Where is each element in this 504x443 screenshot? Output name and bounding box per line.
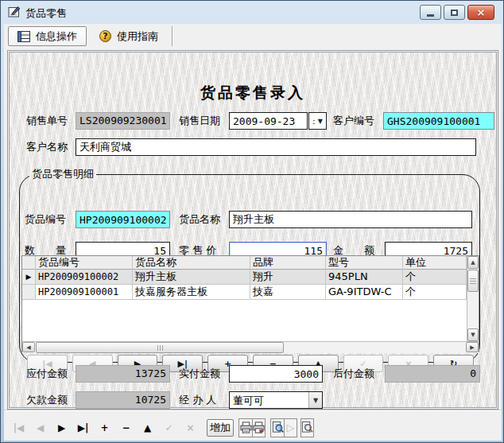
table-row[interactable]: HP200909100001技嘉服务器主板技嘉GA-9ITDW-C个: [22, 285, 467, 300]
help-icon: ?: [99, 30, 111, 42]
paid-label: 实付金额: [179, 365, 220, 383]
current-row-marker-icon: ▶: [22, 270, 36, 285]
close-button[interactable]: ×: [467, 5, 494, 20]
search-document-icon: [301, 422, 313, 433]
scroll-left-icon[interactable]: ◀: [22, 342, 35, 352]
maximize-button[interactable]: [444, 5, 465, 20]
item-name-input[interactable]: [229, 211, 472, 228]
search-document-button[interactable]: [300, 418, 314, 437]
print-export-button[interactable]: [252, 418, 266, 437]
minimize-icon: [427, 14, 434, 17]
form-panel: 货品零售录入 销售单号 LS200909230001 销售日期 : ▼ 客户编号…: [7, 50, 498, 410]
scroll-right-icon[interactable]: ▶: [466, 342, 479, 352]
table-cell[interactable]: 个: [403, 285, 467, 300]
operator-label: 经 办 人: [179, 391, 216, 409]
nav-last-button[interactable]: ▶|: [76, 422, 90, 433]
minimize-button[interactable]: [420, 5, 441, 20]
nav-delete-button[interactable]: −: [119, 422, 133, 433]
scroll-track: [284, 342, 466, 353]
nav-insert-button[interactable]: +: [98, 422, 111, 433]
customer-name-input[interactable]: [76, 138, 476, 156]
table-row[interactable]: ▶HP200909100002翔升主板翔升945PLN个: [22, 270, 467, 285]
column-header-3[interactable]: 型号: [326, 256, 403, 270]
column-header-4[interactable]: 单位: [403, 256, 467, 270]
grid-body[interactable]: 货品编号货品名称品牌型号单位 ▶HP200909100002翔升主板翔升945P…: [22, 256, 467, 341]
toolbar-navigator: |◀◀▶▶|+−▲✓×: [12, 422, 197, 433]
table-cell[interactable]: GA-9ITDW-C: [326, 285, 403, 300]
page-title: 货品零售录入: [8, 83, 498, 103]
preview-magnifier-icon: [272, 422, 284, 433]
detail-group-title: 货品零售明细: [29, 167, 96, 181]
operator-combobox[interactable]: 董可可 ▼: [229, 391, 323, 409]
chevron-down-icon[interactable]: ▼: [308, 392, 322, 408]
postpay-field: 0: [385, 365, 480, 383]
table-cell[interactable]: 945PLN: [326, 270, 403, 285]
table-cell[interactable]: 翔升: [250, 270, 326, 285]
edit-form-icon: [8, 6, 21, 18]
paid-input[interactable]: [229, 365, 323, 383]
nav-prior-button: ◀: [33, 422, 47, 433]
maximize-icon: [451, 10, 458, 16]
add-button[interactable]: 增加: [207, 419, 234, 437]
table-cell[interactable]: 个: [403, 270, 467, 285]
client-area: 信息操作 ? 使用指南 货品零售录入 销售单号 LS200909230001 销…: [4, 24, 502, 441]
column-header-1[interactable]: 货品名称: [133, 256, 250, 270]
tab-bar: 信息操作 ? 使用指南: [4, 24, 502, 49]
scroll-track: [467, 292, 479, 328]
table-cell[interactable]: 技嘉: [250, 285, 326, 300]
table-cell[interactable]: 技嘉服务器主板: [133, 285, 250, 300]
customer-no-label: 客户编号: [333, 112, 374, 130]
chevron-down-icon: ▼: [318, 118, 323, 125]
scroll-up-icon[interactable]: ▲: [467, 256, 479, 269]
row-gutter: [22, 285, 36, 300]
nav-post-button: ✓: [162, 422, 176, 433]
date-dropdown-button[interactable]: : ▼: [308, 112, 327, 130]
debt-field: 10725: [76, 391, 170, 409]
tab-info-operation[interactable]: 信息操作: [8, 26, 87, 46]
table-cell[interactable]: HP200909100001: [36, 285, 133, 300]
nav-edit-button[interactable]: ▲: [141, 422, 154, 433]
column-header-2[interactable]: 品牌: [250, 256, 326, 270]
grid-notebook-icon: [17, 31, 30, 42]
column-header-0[interactable]: 货品编号: [36, 256, 133, 270]
sales-no-label: 销售单号: [26, 112, 68, 130]
detail-groupbox: 货品零售明细 货品编号 货品名称 数 量 零 售 价 金 额: [19, 167, 480, 363]
tab-label: 信息操作: [36, 29, 77, 44]
printer-icon: [240, 422, 252, 433]
printer-export-icon: [253, 422, 265, 433]
titlebar[interactable]: 货品零售 ×: [1, 1, 503, 24]
horizontal-scroll-thumb[interactable]: [36, 342, 284, 353]
postpay-label: 后付金额: [333, 365, 374, 383]
nav-next-button[interactable]: ▶: [55, 422, 68, 433]
customer-no-input[interactable]: [383, 112, 494, 130]
detail-grid: 货品编号货品名称品牌型号单位 ▶HP200909100002翔升主板翔升945P…: [21, 255, 479, 352]
payable-field: 13725: [76, 365, 170, 383]
app-window: 货品零售 × 信息操作 ? 使用指南 货品零: [0, 0, 504, 443]
item-no-label: 货品编号: [25, 211, 66, 228]
close-icon: ×: [477, 7, 486, 17]
table-cell[interactable]: HP200909100002: [36, 270, 133, 285]
grid-horizontal-scrollbar[interactable]: ◀ ▶: [22, 341, 479, 353]
item-name-label: 货品名称: [179, 211, 220, 228]
customer-name-label: 客户名称: [26, 138, 68, 156]
tab-label: 使用指南: [117, 29, 158, 44]
sales-date-input[interactable]: [229, 112, 308, 130]
nav-cancel-button: ×: [184, 422, 197, 433]
item-no-input[interactable]: [76, 211, 170, 228]
next-page-button: ▷: [284, 418, 297, 437]
bottom-toolbar: |◀◀▶▶|+−▲✓× 增加: [4, 410, 502, 441]
scroll-down-icon[interactable]: ▼: [467, 328, 479, 341]
sales-no-field: LS200909230001: [76, 112, 170, 130]
tab-user-guide[interactable]: ? 使用指南: [91, 26, 167, 46]
grid-vertical-scrollbar[interactable]: ▲ ▼: [467, 256, 479, 341]
print-button[interactable]: [238, 418, 252, 437]
grid-header-row: 货品编号货品名称品牌型号单位: [22, 256, 467, 270]
nav-first-button: |◀: [12, 422, 25, 433]
tab-divider: [172, 26, 173, 46]
window-title: 货品零售: [25, 6, 67, 21]
table-cell[interactable]: 翔升主板: [133, 270, 250, 285]
operator-value: 董可可: [230, 392, 308, 408]
vertical-scroll-thumb[interactable]: [467, 270, 479, 292]
sales-date-label: 销售日期: [179, 112, 220, 130]
print-preview-button[interactable]: [270, 418, 284, 437]
